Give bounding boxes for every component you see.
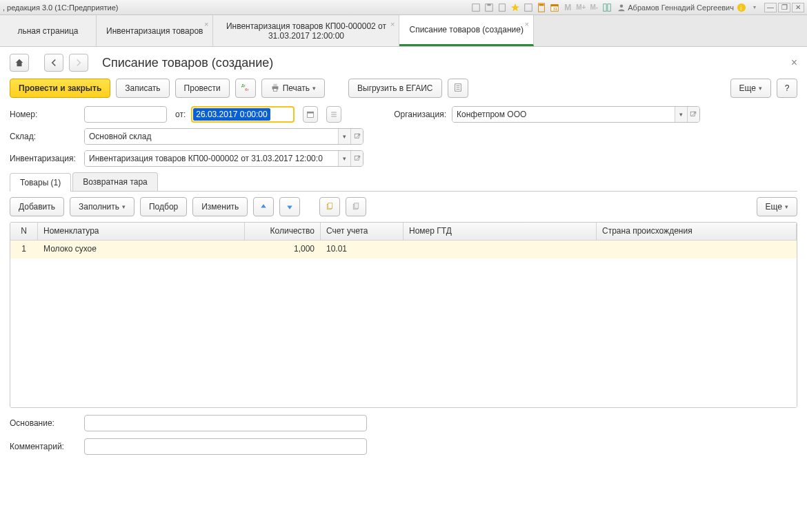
add-button[interactable]: Добавить — [10, 197, 64, 216]
tb-icon-3[interactable] — [497, 2, 508, 13]
svg-rect-36 — [355, 203, 359, 209]
svg-rect-32 — [355, 156, 359, 160]
org-select[interactable]: Конфетпром ООО ▾ — [452, 106, 700, 123]
table-body: 1 Молоко сухое 1,000 10.01 — [10, 241, 797, 407]
egais-button[interactable]: Выгрузить в ЕГАИС — [348, 79, 442, 98]
caret-down-icon[interactable]: ▾ — [675, 107, 687, 122]
minimize-button[interactable]: — — [764, 3, 777, 12]
svg-rect-2 — [488, 3, 491, 6]
paste-button[interactable] — [346, 197, 366, 216]
m-minus-icon[interactable]: M- — [588, 2, 599, 13]
warehouse-label: Склад: — [10, 132, 79, 141]
star-icon[interactable] — [510, 2, 521, 13]
reason-label: Основание: — [10, 418, 79, 428]
back-button[interactable] — [44, 54, 63, 72]
user-chip[interactable]: Абрамов Геннадий Сергеевич — [617, 3, 734, 12]
calendar-icon[interactable]: 31 — [549, 2, 560, 13]
svg-text:i: i — [740, 4, 741, 11]
svg-rect-0 — [472, 3, 480, 11]
copy-icon — [326, 203, 334, 211]
tb-icon-4[interactable] — [523, 2, 534, 13]
goods-toolbar: Добавить Заполнить ▾ Подбор Изменить Еще… — [10, 192, 797, 222]
close-window-button[interactable]: ✕ — [792, 3, 804, 12]
list-picker-button[interactable] — [326, 106, 341, 123]
svg-rect-19 — [273, 83, 277, 86]
close-page-button[interactable]: × — [791, 57, 797, 69]
tab-label: льная страница — [17, 26, 78, 36]
table-header: N Номенклатура Количество Счет учета Ном… — [10, 223, 797, 241]
caret-down-icon: ▾ — [312, 85, 316, 92]
maximize-button[interactable]: ❐ — [778, 3, 790, 12]
post-button[interactable]: Провести — [175, 79, 230, 98]
col-country[interactable]: Страна происхождения — [597, 223, 797, 240]
caret-down-icon: ▾ — [122, 203, 126, 210]
calc-icon[interactable] — [536, 2, 547, 13]
reason-input[interactable] — [84, 415, 367, 431]
fill-button[interactable]: Заполнить ▾ — [70, 197, 134, 216]
col-nomenclature[interactable]: Номенклатура — [38, 223, 245, 240]
col-account[interactable]: Счет учета — [321, 223, 404, 240]
help-button[interactable]: ? — [777, 79, 797, 98]
forward-button[interactable] — [69, 54, 88, 72]
more-button[interactable]: Еще ▾ — [730, 79, 771, 98]
paste-icon — [352, 203, 360, 211]
cell-gtd — [404, 241, 597, 258]
caret-down-icon[interactable]: ▾ — [338, 151, 350, 166]
subtab-tare[interactable]: Возвратная тара — [72, 172, 158, 191]
save-button[interactable]: Записать — [116, 79, 169, 98]
titlebar-icons: 31 M M+ M- Абрамов Геннадий Сергеевич i … — [470, 2, 760, 13]
number-input[interactable] — [84, 106, 167, 123]
dtkt-icon-button[interactable]: ДтКт — [235, 79, 256, 98]
edit-button[interactable]: Изменить — [192, 197, 248, 216]
date-input[interactable]: 26.03.2017 0:00:00 — [191, 106, 295, 123]
app-title: , редакция 3.0 (1С:Предприятие) — [3, 3, 119, 12]
page-title: Списание товаров (создание) — [102, 56, 786, 70]
comment-input[interactable] — [84, 438, 367, 455]
calendar-picker-button[interactable] — [303, 106, 318, 123]
goods-more-button[interactable]: Еще ▾ — [757, 197, 797, 216]
m-plus-icon[interactable]: M+ — [575, 2, 586, 13]
open-external-icon[interactable] — [687, 107, 699, 122]
post-and-close-button[interactable]: Провести и закрыть — [10, 79, 110, 98]
tab-writeoff[interactable]: Списание товаров (создание) × — [399, 15, 533, 46]
window-titlebar: , редакция 3.0 (1С:Предприятие) 31 M M+ … — [0, 0, 807, 15]
warehouse-select[interactable]: Основной склад ▾ — [84, 128, 363, 145]
open-external-icon[interactable] — [350, 151, 363, 166]
svg-point-13 — [620, 4, 624, 8]
col-n[interactable]: N — [10, 223, 38, 240]
move-up-button[interactable] — [253, 197, 274, 216]
tb-icon-2[interactable] — [484, 2, 495, 13]
col-quantity[interactable]: Количество — [245, 223, 321, 240]
document-icon-button[interactable] — [448, 79, 468, 98]
inventory-select[interactable]: Инвентаризация товаров КП00-000002 от 31… — [84, 150, 363, 167]
svg-rect-30 — [691, 112, 695, 116]
svg-rect-34 — [328, 203, 332, 209]
m-icon[interactable]: M — [562, 2, 573, 13]
row-number: Номер: от: 26.03.2017 0:00:00 Организаци… — [10, 106, 797, 123]
home-button[interactable] — [10, 54, 29, 72]
open-external-icon[interactable] — [350, 129, 363, 144]
panel-icon[interactable] — [601, 2, 612, 13]
copy-button[interactable] — [319, 197, 340, 216]
tab-home[interactable]: льная страница — [0, 15, 97, 46]
col-gtd[interactable]: Номер ГТД — [404, 223, 597, 240]
tab-inventory-doc[interactable]: Инвентаризация товаров КП00-000002 от 31… — [213, 15, 399, 46]
caret-down-icon: ▾ — [759, 85, 762, 92]
subtab-goods[interactable]: Товары (1) — [10, 173, 71, 192]
close-icon[interactable]: × — [525, 19, 529, 29]
caret-down-icon[interactable]: ▾ — [338, 129, 350, 144]
tab-inventory[interactable]: Инвентаризация товаров × — [97, 15, 213, 46]
dropdown-icon[interactable]: ▾ — [749, 2, 760, 13]
move-down-button[interactable] — [279, 197, 300, 216]
svg-rect-7 — [539, 3, 544, 6]
cell-account: 10.01 — [321, 241, 404, 258]
primary-toolbar: Провести и закрыть Записать Провести ДтК… — [10, 79, 797, 98]
close-icon[interactable]: × — [390, 19, 395, 29]
subtabs: Товары (1) Возвратная тара — [10, 172, 797, 192]
tb-icon-1[interactable] — [470, 2, 481, 13]
info-icon[interactable]: i — [736, 2, 747, 13]
table-row[interactable]: 1 Молоко сухое 1,000 10.01 — [10, 241, 797, 258]
pick-button[interactable]: Подбор — [140, 197, 187, 216]
print-button[interactable]: Печать ▾ — [261, 79, 325, 98]
close-icon[interactable]: × — [204, 19, 208, 29]
